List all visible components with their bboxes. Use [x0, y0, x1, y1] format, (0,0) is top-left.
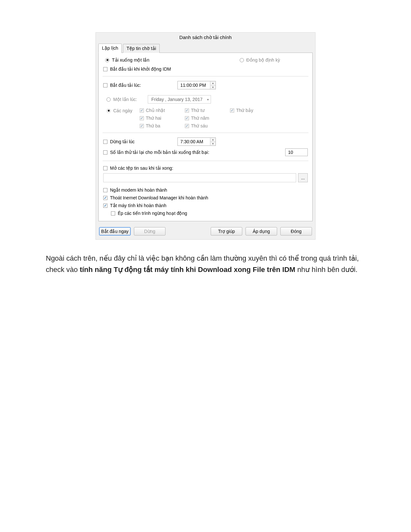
stop-at-label: Dừng tải lúc: [110, 139, 135, 144]
radio-periodic[interactable]: [240, 58, 244, 62]
check-retries[interactable]: [103, 150, 107, 155]
tab-queue[interactable]: Tệp tin chờ tải: [123, 44, 160, 53]
stop-time-down-icon[interactable]: ▼: [210, 142, 216, 146]
day-thu: Thứ năm: [191, 115, 209, 121]
start-at-label: Bắt đầu tải lúc:: [110, 83, 141, 88]
check-start-on-idm[interactable]: [103, 67, 107, 71]
tab-schedule[interactable]: Lập lịch: [98, 44, 122, 53]
check-mon[interactable]: [140, 116, 144, 120]
check-hangup[interactable]: [103, 188, 107, 192]
check-force-stop[interactable]: [111, 211, 115, 216]
dialog-title: Danh sách chờ tải chính: [96, 33, 315, 44]
scheduler-dialog: Danh sách chờ tải chính Lập lịch Tệp tin…: [95, 32, 316, 240]
check-exit-idm[interactable]: [103, 196, 107, 200]
radio-periodic-label: Đồng bộ định kỳ: [246, 57, 280, 63]
date-value: Friday , January 13, 2017: [151, 97, 203, 102]
radio-one-time-label: Tải xuống một lần: [112, 57, 149, 63]
open-after-path-input[interactable]: [103, 173, 296, 182]
check-open-after[interactable]: [103, 166, 107, 170]
radio-daily[interactable]: [106, 109, 111, 113]
retries-input[interactable]: 10: [285, 148, 308, 156]
day-wed: Thứ tư: [191, 108, 205, 113]
day-sat: Thứ bảy: [236, 108, 253, 113]
start-now-button[interactable]: Bắt đầu ngay: [99, 227, 131, 236]
chevron-down-icon[interactable]: ▾: [204, 98, 209, 101]
tab-strip: Lập lịch Tệp tin chờ tải: [98, 44, 313, 53]
stop-time-spinner[interactable]: 7:30:00 AM ▲ ▼: [177, 137, 216, 146]
caption-bold: tính năng Tự động tắt máy tính khi Downl…: [80, 266, 295, 274]
check-thu[interactable]: [185, 116, 189, 120]
open-after-label: Mở các tệp tin sau khi tải xong:: [110, 166, 173, 171]
help-button[interactable]: Trợ giúp: [211, 227, 242, 236]
schedule-panel: Tải xuống một lần Đồng bộ định kỳ Bắt đầ…: [98, 53, 313, 221]
caption-paragraph: Ngoài cách trên, nếu đây chỉ là việc bạn…: [39, 253, 372, 275]
start-time-spinner[interactable]: 11:00:00 PM ▲ ▼: [177, 81, 216, 89]
day-mon: Thứ hai: [146, 115, 161, 121]
browse-button[interactable]: ...: [298, 173, 308, 182]
check-sun[interactable]: [140, 108, 144, 113]
shutdown-label: Tắt máy tính khi hoàn thành: [110, 203, 166, 208]
stop-time-value[interactable]: 7:30:00 AM: [178, 138, 210, 146]
start-time-up-icon[interactable]: ▲: [210, 81, 216, 85]
check-shutdown[interactable]: [103, 204, 107, 208]
button-bar: Bắt đầu ngay Dừng Trợ giúp Áp dụng Đóng: [96, 224, 315, 239]
hangup-label: Ngắt modem khi hoàn thành: [110, 187, 167, 193]
caption-post: như hình bên dưới.: [295, 266, 357, 274]
start-on-idm-label: Bắt đầu tải khi khởi động IDM: [110, 66, 171, 72]
retries-label: Số lần thử tải lại cho mỗi bản tải xuống…: [110, 150, 209, 155]
day-tue: Thứ ba: [146, 123, 160, 128]
daily-label: Các ngày: [113, 108, 132, 113]
check-wed[interactable]: [185, 108, 189, 113]
start-time-value[interactable]: 11:00:00 PM: [178, 81, 210, 89]
apply-button[interactable]: Áp dụng: [246, 227, 277, 236]
date-picker[interactable]: Friday , January 13, 2017 ▾: [148, 95, 211, 104]
radio-one-shot[interactable]: [106, 97, 111, 102]
check-sat[interactable]: [230, 108, 234, 113]
close-button[interactable]: Đóng: [280, 227, 312, 236]
one-shot-label: Một lần lúc:: [113, 97, 137, 102]
exit-idm-label: Thoát Inernet Download Manager khi hoàn …: [110, 195, 208, 200]
force-stop-label: Ép các tiến trình ngừng hoạt động: [118, 211, 187, 216]
check-tue[interactable]: [140, 124, 144, 128]
stop-button[interactable]: Dừng: [134, 227, 165, 236]
day-sun: Chủ nhật: [146, 108, 165, 113]
check-stop-at[interactable]: [103, 140, 107, 144]
stop-time-up-icon[interactable]: ▲: [210, 138, 216, 142]
check-fri[interactable]: [185, 124, 189, 128]
check-start-at[interactable]: [103, 83, 107, 87]
radio-one-time[interactable]: [105, 58, 109, 62]
day-fri: Thứ sáu: [191, 123, 208, 128]
start-time-down-icon[interactable]: ▼: [210, 85, 216, 89]
